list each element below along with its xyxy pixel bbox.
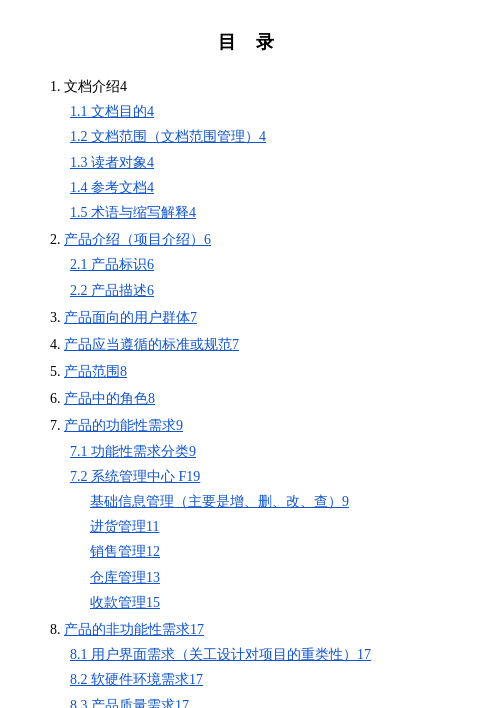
toc-item[interactable]: 1.1 文档目的4 bbox=[70, 99, 450, 124]
toc-link[interactable]: 2.2 产品描述6 bbox=[70, 283, 154, 298]
toc-item[interactable]: 5. 产品范围8 bbox=[50, 359, 450, 384]
toc-item[interactable]: 销售管理12 bbox=[90, 539, 450, 564]
toc-item[interactable]: 7.2 系统管理中心 F19 bbox=[70, 464, 450, 489]
toc-item[interactable]: 8.3 产品质量需求17 bbox=[70, 693, 450, 709]
toc-link[interactable]: 基础信息管理（主要是增、删、改、查）9 bbox=[90, 494, 349, 509]
toc-item[interactable]: 4. 产品应当遵循的标准或规范7 bbox=[50, 332, 450, 357]
toc-item[interactable]: 1.5 术语与缩写解释4 bbox=[70, 200, 450, 225]
toc-link[interactable]: 仓库管理13 bbox=[90, 570, 160, 585]
toc-link[interactable]: 1.5 术语与缩写解释4 bbox=[70, 205, 196, 220]
toc-item[interactable]: 8. 产品的非功能性需求17 bbox=[50, 617, 450, 642]
toc-link[interactable]: 8.3 产品质量需求17 bbox=[70, 698, 189, 709]
toc-link[interactable]: 收款管理15 bbox=[90, 595, 160, 610]
toc-item: 1. 文档介绍4 bbox=[50, 74, 450, 99]
toc-link[interactable]: 8.2 软硬件环境需求17 bbox=[70, 672, 203, 687]
toc-link[interactable]: 7.1 功能性需求分类9 bbox=[70, 444, 196, 459]
toc-link[interactable]: 产品应当遵循的标准或规范7 bbox=[64, 337, 239, 352]
toc-link[interactable]: 8.1 用户界面需求（关工设计对项目的重类性）17 bbox=[70, 647, 371, 662]
toc-item[interactable]: 2.2 产品描述6 bbox=[70, 278, 450, 303]
toc-link[interactable]: 产品范围8 bbox=[64, 364, 127, 379]
toc-item[interactable]: 进货管理11 bbox=[90, 514, 450, 539]
toc-link[interactable]: 产品介绍（项目介绍）6 bbox=[64, 232, 211, 247]
toc-item[interactable]: 7.1 功能性需求分类9 bbox=[70, 439, 450, 464]
toc-container: 1. 文档介绍41.1 文档目的41.2 文档范围（文档范围管理）41.3 读者… bbox=[50, 74, 450, 708]
toc-link[interactable]: 1.3 读者对象4 bbox=[70, 155, 154, 170]
toc-link[interactable]: 产品中的角色8 bbox=[64, 391, 155, 406]
toc-item[interactable]: 1.2 文档范围（文档范围管理）4 bbox=[70, 124, 450, 149]
toc-item[interactable]: 8.2 软硬件环境需求17 bbox=[70, 667, 450, 692]
toc-item[interactable]: 6. 产品中的角色8 bbox=[50, 386, 450, 411]
toc-link[interactable]: 销售管理12 bbox=[90, 544, 160, 559]
toc-link[interactable]: 1.1 文档目的4 bbox=[70, 104, 154, 119]
toc-item[interactable]: 7. 产品的功能性需求9 bbox=[50, 413, 450, 438]
toc-link[interactable]: 2.1 产品标识6 bbox=[70, 257, 154, 272]
toc-item[interactable]: 1.3 读者对象4 bbox=[70, 150, 450, 175]
toc-item[interactable]: 仓库管理13 bbox=[90, 565, 450, 590]
toc-link[interactable]: 1.4 参考文档4 bbox=[70, 180, 154, 195]
toc-link[interactable]: 7.2 系统管理中心 F19 bbox=[70, 469, 200, 484]
toc-item[interactable]: 2. 产品介绍（项目介绍）6 bbox=[50, 227, 450, 252]
toc-item[interactable]: 2.1 产品标识6 bbox=[70, 252, 450, 277]
toc-item[interactable]: 收款管理15 bbox=[90, 590, 450, 615]
toc-link[interactable]: 进货管理11 bbox=[90, 519, 159, 534]
toc-link[interactable]: 1.2 文档范围（文档范围管理）4 bbox=[70, 129, 266, 144]
toc-link[interactable]: 产品的非功能性需求17 bbox=[64, 622, 204, 637]
toc-item[interactable]: 8.1 用户界面需求（关工设计对项目的重类性）17 bbox=[70, 642, 450, 667]
page-title: 目 录 bbox=[50, 30, 450, 54]
toc-item[interactable]: 3. 产品面向的用户群体7 bbox=[50, 305, 450, 330]
toc-link[interactable]: 产品面向的用户群体7 bbox=[64, 310, 197, 325]
toc-link[interactable]: 产品的功能性需求9 bbox=[64, 418, 183, 433]
toc-item[interactable]: 1.4 参考文档4 bbox=[70, 175, 450, 200]
toc-item[interactable]: 基础信息管理（主要是增、删、改、查）9 bbox=[90, 489, 450, 514]
